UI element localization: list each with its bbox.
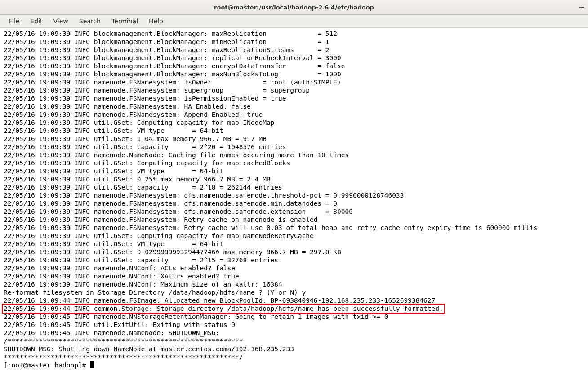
window-controls: — [579, 4, 584, 10]
log-line: 22/05/16 19:09:39 INFO blockmanagement.B… [4, 71, 341, 78]
menu-view[interactable]: View [48, 16, 74, 26]
log-line: /***************************************… [4, 337, 243, 344]
log-line: 22/05/16 19:09:39 INFO namenode.FSNamesy… [4, 216, 317, 223]
log-line: 22/05/16 19:09:45 INFO namenode.NameNode… [4, 329, 219, 336]
log-line: 22/05/16 19:09:39 INFO namenode.NNConf: … [4, 281, 282, 288]
log-line: 22/05/16 19:09:39 INFO blockmanagement.B… [4, 38, 330, 45]
log-line: 22/05/16 19:09:39 INFO namenode.NNConf: … [4, 273, 239, 280]
log-line: 22/05/16 19:09:45 INFO namenode.NNStorag… [4, 313, 388, 320]
window-titlebar: root@master:/usr/local/hadoop-2.6.4/etc/… [0, 0, 588, 15]
log-line: 22/05/16 19:09:39 INFO namenode.NNConf: … [4, 265, 235, 272]
log-line: SHUTDOWN_MSG: Shutting down NameNode at … [4, 345, 294, 353]
log-line: 22/05/16 19:09:39 INFO namenode.FSNamesy… [4, 192, 404, 199]
menubar: File Edit View Search Terminal Help [0, 15, 588, 28]
log-line: 22/05/16 19:09:39 INFO util.GSet: 0.0299… [4, 248, 341, 256]
log-line: 22/05/16 19:09:39 INFO util.GSet: capaci… [4, 184, 282, 191]
log-line: ****************************************… [4, 353, 243, 361]
menu-edit[interactable]: Edit [25, 16, 48, 26]
shell-prompt: [root@master hadoop]# [4, 362, 90, 369]
log-line: 22/05/16 19:09:39 INFO namenode.FSNamesy… [4, 208, 353, 215]
log-line: 22/05/16 19:09:39 INFO util.GSet: VM typ… [4, 127, 223, 134]
log-line: 22/05/16 19:09:39 INFO util.GSet: 1.0% m… [4, 135, 267, 142]
log-line: 22/05/16 19:09:39 INFO namenode.FSNamesy… [4, 111, 263, 118]
window-title: root@master:/usr/local/hadoop-2.6.4/etc/… [214, 4, 374, 11]
log-line: 22/05/16 19:09:39 INFO namenode.FSNamesy… [4, 224, 537, 231]
log-line: 22/05/16 19:09:39 INFO namenode.NameNode… [4, 151, 349, 159]
highlighted-line: 22/05/16 19:09:44 INFO common.Storage: S… [2, 304, 445, 314]
log-line: 22/05/16 19:09:39 INFO util.GSet: Comput… [4, 119, 274, 126]
log-line: 22/05/16 19:09:39 INFO blockmanagement.B… [4, 54, 341, 62]
log-line: 22/05/16 19:09:39 INFO util.GSet: capaci… [4, 143, 286, 150]
terminal-output[interactable]: 22/05/16 19:09:39 INFO blockmanagement.B… [0, 28, 588, 371]
log-line: 22/05/16 19:09:39 INFO blockmanagement.B… [4, 30, 337, 37]
log-line: 22/05/16 19:09:39 INFO namenode.FSNamesy… [4, 200, 337, 207]
log-line: 22/05/16 19:09:39 INFO blockmanagement.B… [4, 62, 345, 70]
log-line: 22/05/16 19:09:39 INFO util.GSet: VM typ… [4, 240, 223, 247]
log-line: Re-format filesystem in Storage Director… [4, 289, 306, 296]
menu-search[interactable]: Search [74, 16, 106, 26]
menu-terminal[interactable]: Terminal [106, 16, 143, 26]
log-line: 22/05/16 19:09:39 INFO namenode.FSNamesy… [4, 87, 310, 94]
log-line: 22/05/16 19:09:39 INFO util.GSet: VM typ… [4, 168, 223, 175]
log-line: 22/05/16 19:09:39 INFO util.GSet: 0.25% … [4, 176, 271, 183]
log-line: 22/05/16 19:09:39 INFO blockmanagement.B… [4, 46, 330, 53]
log-line: 22/05/16 19:09:39 INFO util.GSet: capaci… [4, 256, 278, 264]
log-line: 22/05/16 19:09:39 INFO namenode.FSNamesy… [4, 79, 341, 86]
log-line: 22/05/16 19:09:39 INFO namenode.FSNamesy… [4, 95, 286, 102]
menu-help[interactable]: Help [143, 16, 169, 26]
log-line: 22/05/16 19:09:39 INFO util.GSet: Comput… [4, 232, 314, 239]
log-line: 22/05/16 19:09:39 INFO util.GSet: Comput… [4, 159, 290, 167]
menu-file[interactable]: File [4, 16, 25, 26]
log-line: 22/05/16 19:09:45 INFO util.ExitUtil: Ex… [4, 321, 235, 328]
log-line: 22/05/16 19:09:44 INFO namenode.FSImage:… [4, 297, 435, 304]
cursor-icon [90, 361, 94, 368]
minimize-icon[interactable]: — [579, 4, 584, 10]
log-line: 22/05/16 19:09:39 INFO namenode.FSNamesy… [4, 103, 251, 110]
